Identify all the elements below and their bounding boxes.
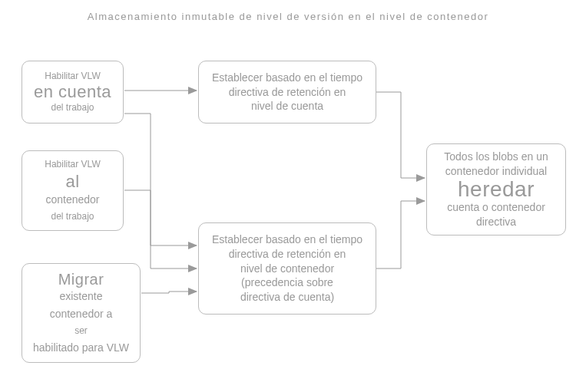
diagram-title: Almacenamiento inmutable de nivel de ver… xyxy=(0,11,576,22)
text: directiva de cuenta) xyxy=(240,290,334,305)
text: (precedencia sobre xyxy=(241,275,333,290)
text: existente xyxy=(59,289,102,304)
text: en cuenta xyxy=(34,83,111,101)
text: contenedor a xyxy=(50,307,113,321)
text: contenedor xyxy=(45,193,99,207)
text: heredar xyxy=(458,179,535,200)
box-enable-vlw-container: Habilitar VLW al contenedor del trabajo xyxy=(22,150,124,231)
text: directiva xyxy=(476,215,516,229)
text: nivel de contenedor xyxy=(240,262,334,276)
text: del trabajo xyxy=(51,210,94,223)
text: directiva de retención en xyxy=(229,85,346,100)
box-retention-account: Establecer basado en el tiempo directiva… xyxy=(198,61,376,124)
text: Establecer basado en el tiempo xyxy=(212,232,362,247)
box-migrate-container: Migrar existente contenedor a ser habili… xyxy=(22,263,141,363)
text: cuenta o contenedor xyxy=(447,200,545,215)
text: nivel de cuenta xyxy=(251,99,323,114)
text: Habilitar VLW xyxy=(45,70,100,83)
text: al xyxy=(65,173,79,191)
text: Migrar xyxy=(58,271,104,288)
box-retention-container: Establecer basado en el tiempo directiva… xyxy=(198,222,376,315)
text: habilitado para VLW xyxy=(33,341,129,355)
text: ser xyxy=(74,324,88,338)
text: Establecer basado en el tiempo xyxy=(212,71,362,85)
box-enable-vlw-account: Habilitar VLW en cuenta del trabajo xyxy=(22,61,124,124)
box-blobs-inherit: Todos los blobs en un contenedor individ… xyxy=(426,143,566,236)
text: Todos los blobs en un xyxy=(444,150,548,164)
text: Habilitar VLW xyxy=(45,158,100,171)
text: del trabajo xyxy=(51,101,94,114)
text: directiva de retención en xyxy=(229,247,346,262)
